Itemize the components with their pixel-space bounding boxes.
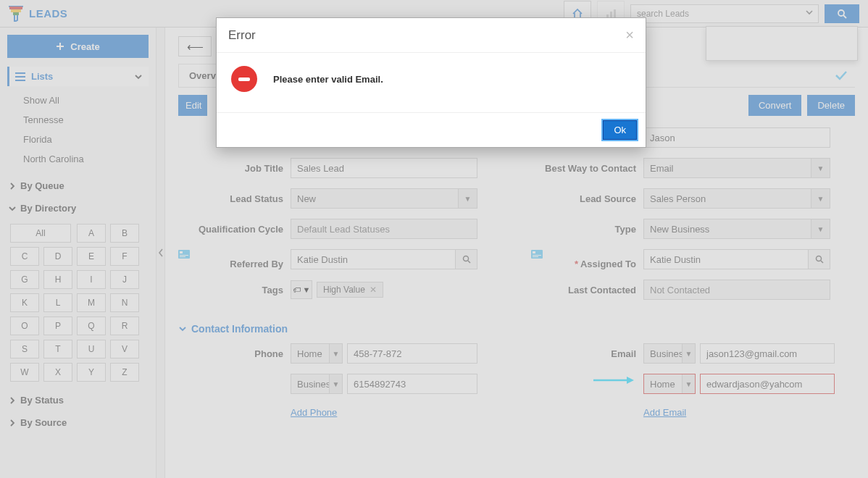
- error-modal: Error × Please enter valid Email. Ok: [216, 17, 646, 148]
- modal-title: Error: [228, 28, 256, 43]
- modal-message: Please enter valid Email.: [273, 74, 383, 85]
- modal-ok-button[interactable]: Ok: [603, 120, 637, 140]
- error-icon: [231, 66, 257, 92]
- modal-close-icon[interactable]: ×: [625, 27, 634, 43]
